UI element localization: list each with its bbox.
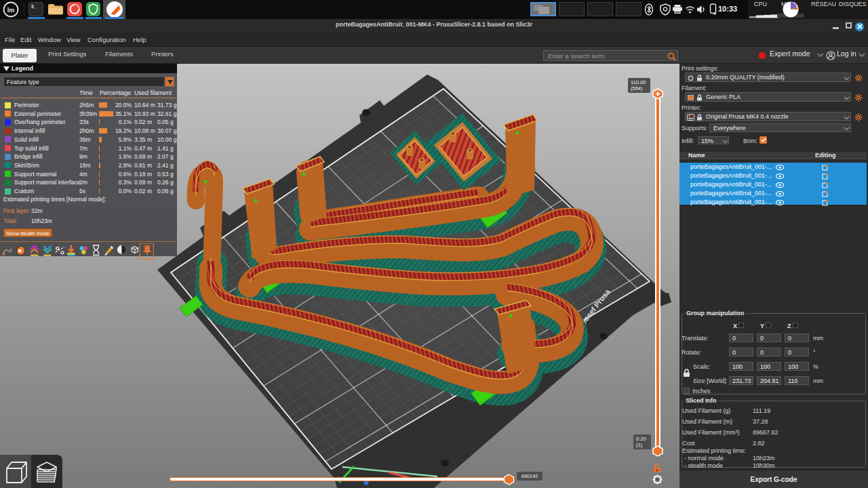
svg-text:lm: lm: [7, 7, 15, 14]
